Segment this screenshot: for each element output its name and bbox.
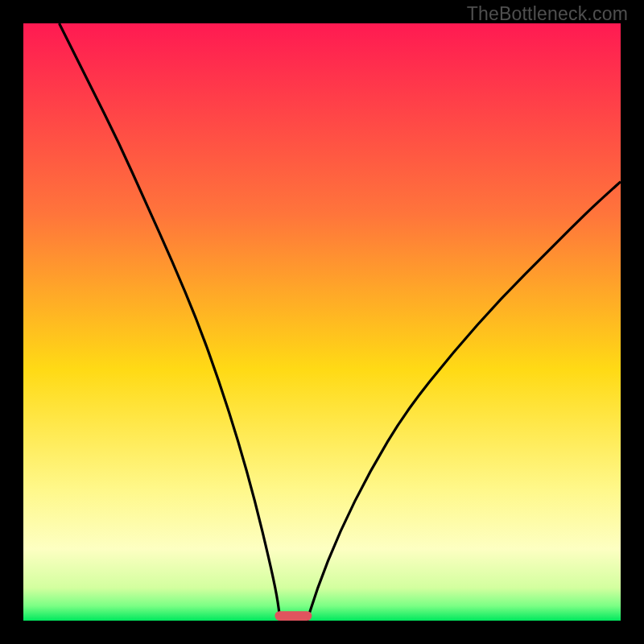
optimum-marker: [275, 611, 312, 621]
watermark-text: TheBottleneck.com: [467, 3, 628, 25]
bottleneck-chart: [23, 23, 621, 621]
chart-background: [23, 23, 621, 621]
